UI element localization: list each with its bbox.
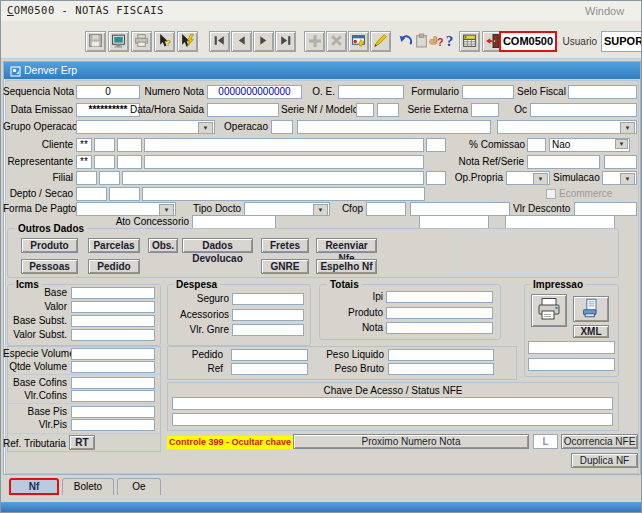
tab-oe[interactable]: Oe	[117, 478, 161, 495]
dados-devolucao-button[interactable]: Dados Devolucao	[182, 238, 253, 253]
gnre-button[interactable]: GNRE	[261, 259, 309, 274]
oe-input[interactable]	[338, 85, 404, 99]
status-nfe-input[interactable]	[172, 413, 613, 426]
delete-record-button[interactable]	[326, 31, 347, 52]
formulario-input[interactable]	[462, 85, 514, 99]
window-menu[interactable]: Window	[585, 5, 624, 17]
peso-liquido-input[interactable]	[388, 349, 494, 361]
imprimir-danfe-button[interactable]	[573, 296, 609, 322]
sequencia-nota-input[interactable]: 0	[76, 85, 140, 99]
filial-code2-input[interactable]	[99, 171, 120, 185]
fretes-button[interactable]: Fretes	[261, 238, 309, 253]
numero-nota-input[interactable]: 0000000000000	[207, 85, 302, 99]
impressao-field2-input[interactable]	[528, 358, 615, 371]
forma-pagto-select[interactable]: ▼	[76, 202, 176, 216]
xml-button[interactable]: XML	[573, 325, 609, 338]
edit-form-button[interactable]	[348, 31, 369, 52]
ipi-input[interactable]	[386, 291, 493, 303]
icms-valor-subst-input[interactable]	[71, 329, 155, 341]
filial-nome-input[interactable]	[122, 171, 424, 185]
cliente-extra-input[interactable]	[426, 138, 446, 152]
grupo-operacao-select[interactable]: ▼	[76, 120, 215, 134]
oc-input[interactable]	[530, 103, 637, 117]
operacao-code-input[interactable]	[271, 120, 293, 134]
ocorrencia-nfe-button[interactable]: Ocorrencia NFE	[561, 434, 638, 449]
reenviar-nfe-button[interactable]: Reenviar Nfe	[316, 238, 377, 253]
ato-concessorio-input[interactable]	[192, 215, 276, 229]
obs-button[interactable]: Obs.	[148, 238, 178, 253]
proximo-numero-nota-button[interactable]: Proximo Numero Nota	[293, 434, 529, 449]
filial-code1-input[interactable]	[76, 171, 97, 185]
extra-value2-input[interactable]	[505, 215, 615, 229]
chevron-down-icon[interactable]: ▼	[620, 122, 635, 134]
undo-button[interactable]	[397, 31, 414, 52]
cliente-nome-input[interactable]	[144, 138, 424, 152]
nota-ref-input[interactable]	[527, 155, 600, 169]
nav-prev-button[interactable]	[231, 31, 252, 52]
search-wand-button[interactable]	[370, 31, 391, 52]
seguro-input[interactable]	[232, 293, 304, 305]
table-tools-button[interactable]	[459, 31, 480, 52]
nav-first-button[interactable]	[209, 31, 230, 52]
serie-nf-input[interactable]	[356, 103, 374, 117]
monitor-button[interactable]	[108, 31, 129, 52]
depto-secao-desc-input[interactable]	[142, 187, 425, 201]
ref-input[interactable]	[231, 363, 308, 375]
acessorios-input[interactable]	[232, 309, 304, 321]
representante-code1-input[interactable]	[94, 155, 115, 169]
chevron-down-icon[interactable]: ▼	[533, 173, 548, 185]
icms-valor-input[interactable]	[71, 301, 155, 313]
base-cofins-input[interactable]	[71, 377, 155, 389]
comissao-pct-input[interactable]	[527, 138, 546, 152]
add-record-button[interactable]	[304, 31, 325, 52]
help-button[interactable]: ?	[441, 31, 458, 52]
icms-base-input[interactable]	[71, 287, 155, 299]
vlr-gnre-input[interactable]	[232, 324, 304, 336]
simulacao-select[interactable]: ▼	[602, 171, 637, 185]
operacao-desc-input[interactable]	[297, 120, 491, 134]
representante-nome-input[interactable]	[144, 155, 424, 169]
secao-input[interactable]	[109, 187, 140, 201]
representante-mask-input[interactable]: **	[76, 155, 92, 169]
qtde-volume-input[interactable]	[71, 361, 155, 373]
filial-extra-input[interactable]	[426, 171, 446, 185]
pedido-input[interactable]	[231, 349, 308, 361]
save-button[interactable]	[85, 31, 106, 52]
vlr-cofins-input[interactable]	[71, 390, 155, 402]
imprimir-nota-button[interactable]	[531, 294, 567, 327]
tab-boleto[interactable]: Boleto	[62, 478, 114, 495]
vlr-pis-input[interactable]	[71, 419, 155, 431]
context-help-button[interactable]: ?	[154, 31, 175, 52]
tipo-docto-select[interactable]: ▼	[244, 202, 330, 216]
vlr-desconto-input[interactable]	[574, 202, 637, 216]
nav-next-button[interactable]	[253, 31, 274, 52]
cfop-code-input[interactable]	[366, 202, 406, 216]
cfop-desc-input[interactable]	[410, 202, 510, 216]
chevron-down-icon[interactable]: ▼	[198, 122, 213, 134]
chevron-down-icon[interactable]: ▼	[615, 139, 628, 149]
depto-input[interactable]	[76, 187, 107, 201]
produto-button[interactable]: Produto	[21, 238, 78, 253]
cliente-mask-input[interactable]: **	[76, 138, 92, 152]
chave-acesso-input[interactable]	[172, 397, 613, 410]
usuario-field[interactable]: SUPORTI	[601, 31, 642, 52]
icms-base-subst-input[interactable]	[71, 315, 155, 327]
op-propria-select[interactable]: ▼	[506, 171, 550, 185]
espelho-nf-button[interactable]: Espelho Nf	[316, 259, 377, 274]
peso-bruto-input[interactable]	[388, 363, 494, 375]
l-indicator-field[interactable]: L	[533, 434, 558, 449]
execute-button[interactable]	[177, 31, 198, 52]
nav-last-button[interactable]	[275, 31, 296, 52]
modelo-input[interactable]	[377, 103, 399, 117]
extra-value1-input[interactable]	[419, 215, 489, 229]
pedido-button[interactable]: Pedido	[88, 259, 140, 274]
rt-button[interactable]: RT	[69, 435, 95, 450]
cliente-code1-input[interactable]	[94, 138, 115, 152]
chevron-down-icon[interactable]: ▼	[620, 173, 635, 185]
base-pis-input[interactable]	[71, 406, 155, 418]
impressao-field1-input[interactable]	[528, 341, 615, 354]
ecommerce-checkbox[interactable]	[546, 189, 556, 199]
nota-ref-serie-input[interactable]	[604, 155, 637, 169]
representante-code2-input[interactable]	[117, 155, 142, 169]
tab-nf[interactable]: Nf	[9, 478, 59, 495]
